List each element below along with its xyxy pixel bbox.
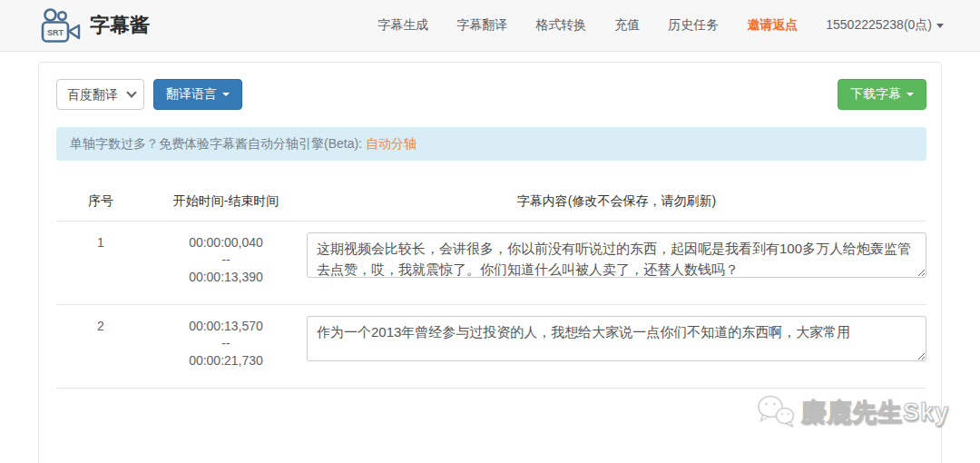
notice-text: 单轴字数过多？免费体验字幕酱自动分轴引擎(Beta): (70, 136, 366, 151)
end-time: 00:00:13,390 (145, 269, 307, 286)
subtitle-textarea[interactable]: 作为一个2013年曾经参与过投资的人，我想给大家说一点你们不知道的东西啊，大家常… (307, 316, 926, 361)
row-content-cell: 作为一个2013年曾经参与过投资的人，我想给大家说一点你们不知道的东西啊，大家常… (307, 316, 926, 369)
app-header: SRT 字幕酱 字幕生成 字幕翻译 格式转换 充值 历史任务 邀请返点 1550… (0, 0, 980, 52)
translate-language-label: 翻译语言 (166, 86, 217, 103)
auto-split-link[interactable]: 自动分轴 (366, 136, 416, 151)
page: SRT 字幕酱 字幕生成 字幕翻译 格式转换 充值 历史任务 邀请返点 1550… (0, 0, 980, 463)
download-subtitle-label: 下载字幕 (850, 86, 901, 103)
app-title: 字幕酱 (90, 12, 150, 39)
row-index: 1 (56, 232, 145, 286)
nav-subtitle-generate[interactable]: 字幕生成 (377, 17, 428, 34)
translate-language-button[interactable]: 翻译语言 (153, 79, 242, 110)
nav-format-convert[interactable]: 格式转换 (535, 17, 586, 34)
engine-select[interactable]: 百度翻译 (56, 79, 144, 110)
time-separator: -- (145, 251, 307, 269)
time-separator: -- (145, 335, 307, 352)
row-content-cell: 这期视频会比较长，会讲很多，你以前没有听说过的东西，起因呢是我看到有100多万人… (307, 232, 926, 286)
engine-select-wrap: 百度翻译 (56, 79, 144, 110)
srt-camera-icon: SRT (41, 7, 81, 44)
main-nav: 字幕生成 字幕翻译 格式转换 充值 历史任务 邀请返点 15502225238(… (349, 17, 944, 34)
svg-text:SRT: SRT (47, 28, 64, 37)
header-time: 开始时间-结束时间 (145, 193, 307, 210)
download-subtitle-button[interactable]: 下载字幕 (838, 79, 926, 110)
nav-invite-rebate[interactable]: 邀请返点 (747, 17, 798, 34)
start-time: 00:00:13,570 (145, 318, 307, 335)
nav-history-tasks[interactable]: 历史任务 (668, 17, 719, 34)
caret-down-icon (222, 93, 230, 96)
row-time-range: 00:00:13,570 -- 00:00:21,730 (145, 316, 307, 369)
chevron-down-icon (936, 24, 944, 28)
caret-down-icon (906, 93, 914, 96)
content-panel: 百度翻译 翻译语言 下载字幕 单轴字数过多？免费体验字幕酱自动分轴引擎(Beta… (38, 62, 942, 463)
logo: SRT 字幕酱 (41, 7, 150, 44)
header-index: 序号 (56, 193, 145, 210)
row-time-range: 00:00:00,040 -- 00:00:13,390 (145, 232, 307, 286)
notice-bar: 单轴字数过多？免费体验字幕酱自动分轴引擎(Beta): 自动分轴 (56, 127, 926, 161)
nav-recharge[interactable]: 充值 (614, 17, 640, 34)
end-time: 00:00:21,730 (145, 352, 307, 369)
subtitle-row: 2 00:00:13,570 -- 00:00:21,730 作为一个2013年… (56, 305, 926, 389)
subtitle-table-body: 1 00:00:00,040 -- 00:00:13,390 这期视频会比较长，… (56, 222, 926, 389)
toolbar: 百度翻译 翻译语言 下载字幕 (39, 63, 941, 110)
row-index: 2 (56, 316, 145, 369)
subtitle-table: 序号 开始时间-结束时间 字幕内容(修改不会保存，请勿刷新) 1 00:00:0… (56, 193, 926, 389)
start-time: 00:00:00,040 (145, 234, 307, 251)
nav-subtitle-translate[interactable]: 字幕翻译 (456, 17, 507, 34)
subtitle-textarea[interactable]: 这期视频会比较长，会讲很多，你以前没有听说过的东西，起因呢是我看到有100多万人… (307, 232, 926, 278)
header-content: 字幕内容(修改不会保存，请勿刷新) (307, 193, 926, 210)
account-menu[interactable]: 15502225238(0点) (826, 17, 944, 34)
table-header-row: 序号 开始时间-结束时间 字幕内容(修改不会保存，请勿刷新) (56, 193, 926, 222)
subtitle-row: 1 00:00:00,040 -- 00:00:13,390 这期视频会比较长，… (56, 222, 926, 305)
account-label: 15502225238(0点) (826, 17, 932, 34)
